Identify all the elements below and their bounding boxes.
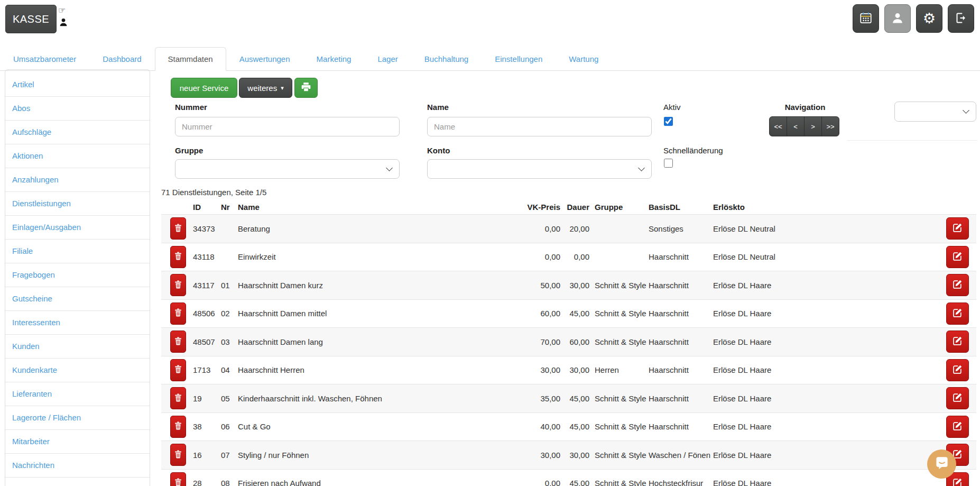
nav-button-last[interactable]: >> [821,116,839,136]
table-row: 38 06 Cut & Go 40,00 45,00 Schnitt & Sty… [161,412,976,441]
sidebar-item-mitarbeiter[interactable]: Mitarbeiter [5,429,150,453]
row-delete-button[interactable] [170,274,186,296]
sidebar-item-kundenkarte[interactable]: Kundenkarte [5,358,150,382]
row-edit-button[interactable] [946,331,969,353]
row-gruppe: Schnitt & Style [589,281,649,290]
row-delete-button[interactable] [170,416,186,438]
kasse-logo-button[interactable]: KASSE [5,5,57,33]
row-delete-button[interactable] [170,359,186,381]
row-edit-button[interactable] [946,274,969,296]
row-basisdl: Hochsteckfrisur [649,479,713,486]
schnellaenderung-checkbox[interactable] [664,159,673,168]
nummer-label: Nummer [175,103,207,112]
trash-icon [174,393,182,404]
row-edit-button[interactable] [946,217,969,240]
edit-icon [953,478,963,486]
row-nr: 01 [221,281,238,290]
row-delete-button[interactable] [170,246,186,268]
nav-button-next[interactable]: > [804,116,822,136]
sidebar-item-aktionen[interactable]: Aktionen [5,144,150,168]
tab-dashboard[interactable]: Dashboard [89,47,154,71]
new-service-button[interactable]: neuer Service [171,78,237,98]
trash-icon [174,280,182,290]
tab-buchhaltung[interactable]: Buchhaltung [411,47,482,71]
row-dauer: 30,00 [560,365,589,374]
sidebar-item-salons[interactable]: Salons [5,477,150,486]
row-erloeskto: Erlöse DL Haare [713,451,941,460]
row-name: Cut & Go [238,422,507,431]
settings-button[interactable]: ⚙ [916,4,942,33]
tab-wartung[interactable]: Wartung [556,47,612,71]
tab-auswertungen[interactable]: Auswertungen [226,47,303,71]
sidebar-item-interessenten[interactable]: Interessenten [5,310,150,334]
sidebar-item-abos[interactable]: Abos [5,96,150,120]
edit-icon [953,223,963,234]
nummer-input[interactable] [175,117,400,136]
row-name: Haarschnitt Damen mittel [238,309,507,318]
row-edit-button[interactable] [946,302,969,325]
name-label: Name [427,103,449,112]
table-row: 48507 03 Haarschnitt Damen lang 70,00 60… [161,327,976,356]
col-header-nr: Nr [221,203,238,212]
tab-einstellungen[interactable]: Einstellungen [482,47,556,71]
result-count: 71 Dienstleistungen, Seite 1/5 [161,188,266,197]
row-edit-button[interactable] [946,387,969,409]
row-delete-button[interactable] [170,302,186,325]
row-edit-button[interactable] [946,246,969,268]
sidebar-item-anzahlungen[interactable]: Anzahlungen [5,168,150,191]
user-icon [891,12,904,26]
row-delete-button[interactable] [170,217,186,240]
tab-stammdaten[interactable]: Stammdaten [155,47,226,71]
nav-button-prev[interactable]: < [787,116,805,136]
row-id: 48506 [193,309,221,318]
row-delete-button[interactable] [170,472,186,486]
sidebar-item-lagerorte-flächen[interactable]: Lagerorte / Flächen [5,406,150,429]
row-name: Haarschnitt Damen lang [238,337,507,346]
aktiv-label: Aktiv [663,103,681,112]
sidebar-item-nachrichten[interactable]: Nachrichten [5,453,150,477]
aktiv-checkbox[interactable] [664,117,673,126]
row-erloeskto: Erlöse DL Haare [713,394,941,403]
name-input[interactable] [427,117,652,136]
sidebar-item-lieferanten[interactable]: Lieferanten [5,382,150,406]
row-delete-button[interactable] [170,444,186,466]
sidebar-item-aufschläge[interactable]: Aufschläge [5,120,150,144]
col-header-dauer: Dauer [560,203,589,212]
more-dropdown-button[interactable]: weiteres ▾ [239,78,292,98]
row-basisdl: Haarschnitt [649,309,713,318]
tab-umsatzbarometer[interactable]: Umsatzbarometer [0,47,89,71]
row-edit-button[interactable] [946,416,969,438]
row-edit-button[interactable] [946,359,969,381]
jump-select[interactable] [894,102,976,122]
row-name: Haarschnitt Damen kurz [238,281,507,290]
edit-icon [953,308,963,319]
row-name: Haarschnitt Herren [238,365,507,374]
sidebar-item-einlagen-ausgaben[interactable]: Einlagen/Ausgaben [5,215,150,239]
print-button[interactable] [294,78,318,98]
row-delete-button[interactable] [170,331,186,353]
row-name: Frisieren nach Aufwand [238,479,507,486]
row-gruppe: Schnitt & Style [589,309,649,318]
tab-lager[interactable]: Lager [364,47,411,71]
chat-bubble-button[interactable] [927,450,956,479]
row-erloeskto: Erlöse DL Haare [713,422,941,431]
sidebar-item-fragebogen[interactable]: Fragebogen [5,263,150,287]
sidebar-item-gutscheine[interactable]: Gutscheine [5,287,150,310]
calendar-button[interactable] [853,4,879,33]
gruppe-select[interactable] [175,159,400,179]
col-header-id: ID [193,203,221,212]
row-id: 43118 [193,252,221,261]
sidebar-item-dienstleistungen[interactable]: Dienstleistungen [5,191,150,215]
sidebar-item-kunden[interactable]: Kunden [5,334,150,358]
logout-button[interactable] [948,4,974,33]
nav-button-first[interactable]: << [769,116,787,136]
tab-marketing[interactable]: Marketing [303,47,365,71]
calendar-icon [859,11,873,26]
row-basisdl: Haarschnitt [649,337,713,346]
konto-select[interactable] [427,159,652,179]
user-button[interactable] [884,4,911,33]
row-dauer: 20,00 [560,224,589,233]
sidebar-item-filiale[interactable]: Filiale [5,239,150,263]
sidebar-item-artikel[interactable]: Artikel [5,73,150,96]
row-delete-button[interactable] [170,387,186,409]
